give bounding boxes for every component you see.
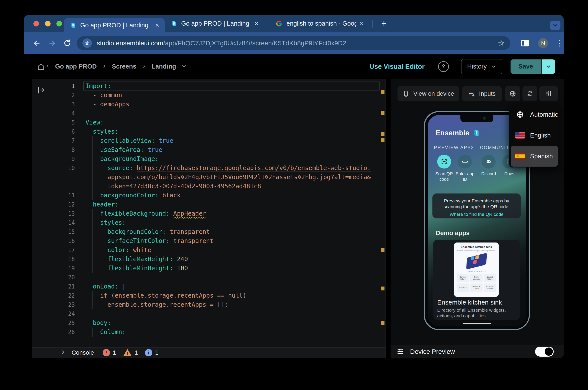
language-option-spanish[interactable]: Spanish xyxy=(511,146,558,167)
line-number: 12 xyxy=(32,200,75,209)
discord-circle[interactable] xyxy=(482,155,495,169)
thumbnail-tile: Form Widgets xyxy=(470,274,482,282)
action-label: Enter app ID xyxy=(455,171,475,182)
indent-guide xyxy=(85,245,85,255)
save-button-group: Save xyxy=(511,59,555,74)
tab-search-button[interactable] xyxy=(550,21,560,30)
tab-close-button[interactable]: × xyxy=(254,20,258,27)
browser-menu-button[interactable]: ⋮ xyxy=(556,39,564,48)
modified-line-marker xyxy=(381,287,385,291)
code-line-15: 15 backgroundColor: transparent xyxy=(32,227,380,237)
save-button[interactable]: Save xyxy=(511,59,541,74)
code-text: color: white xyxy=(86,245,151,255)
language-option-automatic[interactable]: Automatic xyxy=(509,104,559,125)
code-text: flexibleMinHeight: 100 xyxy=(86,264,188,273)
language-option-english[interactable]: English xyxy=(509,125,559,146)
indent-guide xyxy=(85,164,85,173)
line-number: 17 xyxy=(32,245,75,255)
chevron-down-icon xyxy=(181,63,187,69)
chevron-right-icon xyxy=(102,64,107,69)
inputs-button[interactable]: Inputs xyxy=(462,86,502,101)
side-panel-button[interactable] xyxy=(521,40,529,47)
google-favicon xyxy=(276,20,282,27)
ensemble-logo-icon xyxy=(472,129,480,137)
maximize-window-button[interactable] xyxy=(56,21,62,26)
device-preview-icon xyxy=(397,348,404,355)
discord-icon xyxy=(485,158,492,165)
scan-qr-icon xyxy=(441,158,447,165)
forward-button[interactable] xyxy=(48,39,56,47)
browser-tab-1[interactable]: Go app PROD | Landing× xyxy=(165,15,264,32)
line-number: 15 xyxy=(32,227,75,237)
browser-tab-2[interactable]: english to spanish - Google S× xyxy=(270,15,369,32)
indent-guide xyxy=(85,318,85,328)
ensemble-favicon xyxy=(171,20,177,27)
code-line-9: 9 backgroundImage: xyxy=(32,154,380,164)
indent-guide xyxy=(85,154,85,164)
indent-guide xyxy=(85,264,85,273)
screen-select-caret[interactable] xyxy=(181,63,187,70)
tab-title: Go app PROD | Landing xyxy=(181,20,251,27)
tab-title: Go app PROD | Landing xyxy=(80,22,151,29)
code-text: flexibleMaxHeight: 240 xyxy=(86,255,188,264)
tab-close-button[interactable]: × xyxy=(360,20,364,27)
code-text: backgroundImage: xyxy=(86,154,159,164)
breadcrumb-item-1[interactable]: Screens xyxy=(112,63,137,70)
smartphone-icon xyxy=(402,90,409,97)
code-text: header: xyxy=(86,200,118,209)
qr-info-link[interactable]: Where to find the QR code xyxy=(433,212,521,217)
preview-settings-button[interactable] xyxy=(539,86,558,101)
indent-guide xyxy=(85,82,85,91)
address-bar[interactable]: studio.ensembleui.com/app/FhQC7J2DjXTg0U… xyxy=(77,36,511,50)
action-appid[interactable]: Enter app ID xyxy=(455,155,475,182)
screen: Go app PROD | Landing×Go app PROD | Land… xyxy=(0,0,588,390)
minimize-window-button[interactable] xyxy=(45,21,50,26)
indent-guide xyxy=(85,109,85,118)
home-icon[interactable] xyxy=(37,62,45,71)
es-flag-icon xyxy=(515,153,525,159)
code-line-14: 14 styles: xyxy=(32,218,380,227)
thumbnail-subtitle: Try out Ensemble widgets and capabilitie… xyxy=(454,249,499,252)
line-number: 5 xyxy=(32,118,75,127)
action-discord[interactable]: Discord xyxy=(478,155,499,177)
site-settings-icon[interactable] xyxy=(82,38,92,48)
code-area[interactable]: 1Import:2 - common3 - demoApps45View:6 s… xyxy=(32,82,380,347)
action-qr[interactable]: Scan QR code xyxy=(434,155,455,182)
indent-guide xyxy=(85,145,85,154)
breadcrumb-item-2[interactable]: Landing xyxy=(152,63,176,70)
back-button[interactable] xyxy=(33,39,41,47)
tab-close-button[interactable]: × xyxy=(155,22,159,29)
profile-avatar[interactable]: N xyxy=(538,38,548,48)
console-expand-icon[interactable] xyxy=(60,349,66,356)
reload-button[interactable] xyxy=(63,39,72,47)
code-line-21: 21 onLoad: | xyxy=(32,282,380,291)
thumbnail-link: Layout your screens xyxy=(454,270,499,272)
code-line-8: 8 useSafeArea: true xyxy=(32,145,380,154)
google-favicon xyxy=(276,20,283,27)
use-visual-editor-button[interactable]: Use Visual Editor xyxy=(370,63,425,70)
new-tab-button[interactable]: + xyxy=(381,19,387,28)
refresh-preview-button[interactable] xyxy=(523,86,537,101)
device-preview-toggle[interactable] xyxy=(535,347,554,357)
history-label: History xyxy=(467,63,487,70)
breadcrumb-item-0[interactable]: Go app PROD xyxy=(55,63,97,70)
history-button[interactable]: History xyxy=(461,59,502,74)
appid-circle[interactable] xyxy=(458,155,472,169)
thumbnail-tile: Layout Widgets xyxy=(484,274,496,282)
bookmark-star-icon[interactable]: ☆ xyxy=(498,39,505,48)
save-menu-button[interactable] xyxy=(541,59,555,74)
browser-tab-0[interactable]: Go app PROD | Landing× xyxy=(64,18,165,32)
close-window-button[interactable] xyxy=(33,21,39,26)
console-label: Console xyxy=(72,349,94,356)
qr-circle[interactable] xyxy=(437,155,451,169)
demo-app-card[interactable]: Ensemble Kitchen Sink Try out Ensemble w… xyxy=(433,240,520,320)
demo-app-description: Directory of all Ensemble widgets, actio… xyxy=(437,307,515,319)
indent-guide xyxy=(85,100,85,109)
language-button[interactable] xyxy=(505,86,520,101)
help-button[interactable]: ? xyxy=(438,61,449,72)
view-on-device-button[interactable]: View on device xyxy=(397,86,459,101)
tune-icon xyxy=(84,40,90,46)
chevron-down-icon xyxy=(545,64,551,69)
es-flag xyxy=(515,153,525,159)
console-bar[interactable]: Console !1 !1 i1 xyxy=(32,347,386,358)
